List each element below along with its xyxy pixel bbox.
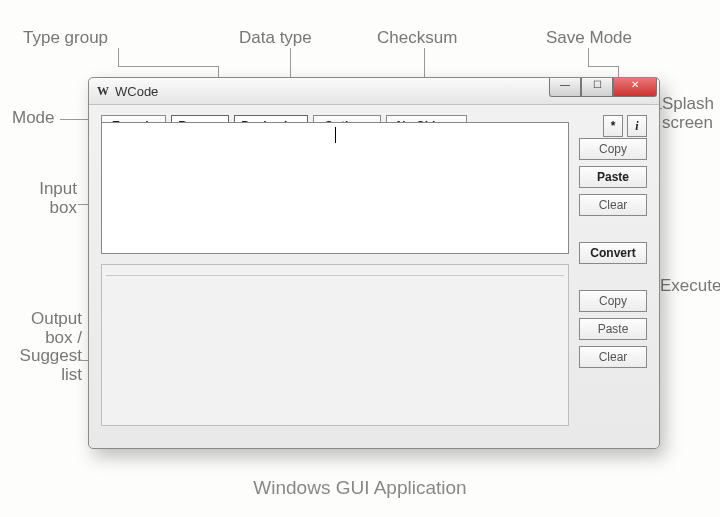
figure-caption: Windows GUI Application — [0, 477, 720, 499]
convert-button[interactable]: Convert — [579, 242, 647, 264]
input-textarea[interactable] — [101, 122, 569, 254]
save-mode-button[interactable]: * — [603, 115, 623, 137]
annotation-input-box: Input box — [17, 180, 77, 217]
annotation-mode: Mode — [12, 108, 55, 128]
window-title: WCode — [115, 84, 158, 99]
annotation-save-mode: Save Mode — [546, 28, 632, 48]
app-icon: W — [97, 84, 109, 99]
text-caret — [335, 127, 336, 143]
annotation-checksum: Checksum — [377, 28, 457, 48]
content-area — [101, 122, 569, 434]
annotation-execute: Execute — [660, 276, 720, 296]
output-clear-button[interactable]: Clear — [579, 346, 647, 368]
maximize-button[interactable]: ☐ — [581, 78, 613, 97]
annotation-output-box: Output box / Suggest list — [12, 310, 82, 385]
close-button[interactable]: ✕ — [613, 78, 657, 97]
window-controls: — ☐ ✕ — [549, 78, 657, 97]
info-button[interactable]: i — [627, 115, 647, 137]
output-separator — [106, 275, 564, 276]
input-paste-button[interactable]: Paste — [579, 166, 647, 188]
annotation-type-group: Type group — [23, 28, 108, 48]
minimize-button[interactable]: — — [549, 78, 581, 97]
output-paste-button[interactable]: Paste — [579, 318, 647, 340]
annotation-splash-screen: Splash screen — [662, 95, 717, 132]
side-buttons: Copy Paste Clear Convert Copy Paste Clea… — [579, 138, 647, 368]
titlebar[interactable]: W WCode — ☐ ✕ — [89, 78, 659, 105]
annotation-data-type: Data type — [239, 28, 312, 48]
input-copy-button[interactable]: Copy — [579, 138, 647, 160]
input-clear-button[interactable]: Clear — [579, 194, 647, 216]
app-window: W WCode — ☐ ✕ Encode Raw Decimal Options… — [88, 77, 660, 449]
output-copy-button[interactable]: Copy — [579, 290, 647, 312]
output-list[interactable] — [101, 264, 569, 426]
